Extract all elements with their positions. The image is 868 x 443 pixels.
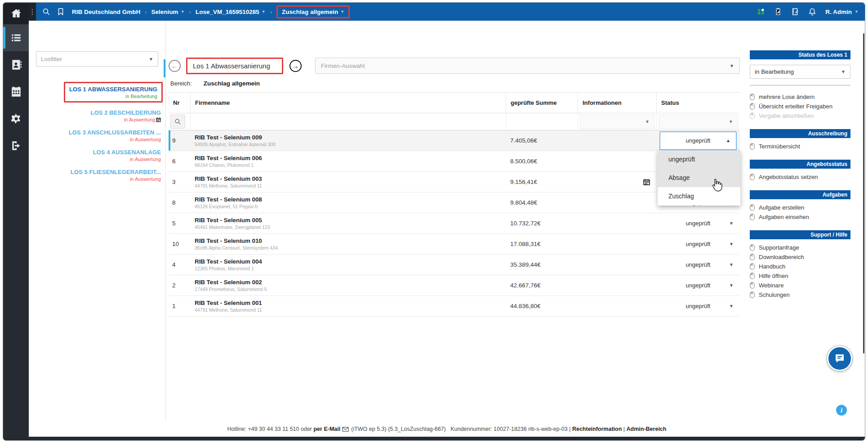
row-checked-sum: 8.500,06€ bbox=[506, 151, 578, 171]
sum-filter-input[interactable] bbox=[506, 113, 578, 130]
status-select[interactable]: ungeprüft▼ bbox=[656, 261, 740, 268]
panel-action-link[interactable]: Aufgaben einsehen bbox=[750, 212, 850, 222]
los-status-text: in Auswertung bbox=[130, 137, 161, 142]
col-header-status[interactable]: Status bbox=[656, 93, 740, 113]
table-header-row: Nr Firmenname geprüfte Summe Information… bbox=[169, 93, 740, 113]
breadcrumb-procedure[interactable]: Lose_VM_1659510285▼ bbox=[196, 9, 266, 15]
panel-links: Supportanfrage Downloadbereich Handbuch … bbox=[750, 243, 850, 300]
contacts-icon bbox=[10, 59, 22, 71]
panel-links: Terminübersicht bbox=[750, 142, 850, 151]
los-list-item[interactable]: LOS 5 FLIESENLEGERARBEIT...in Auswertung bbox=[71, 169, 161, 182]
company-address: 17449 Prometheus, Saturnmond 5 bbox=[195, 286, 506, 292]
chevron-down-icon: ▼ bbox=[730, 63, 734, 68]
panel-action-link[interactable]: Supportanfrage bbox=[750, 243, 850, 252]
panel-action-link[interactable]: Downloadbereich bbox=[750, 252, 850, 262]
col-header-nr[interactable]: Nr bbox=[169, 93, 190, 113]
col-header-sum[interactable]: geprüfte Summe bbox=[506, 93, 578, 113]
company-select[interactable]: Firmen-Auswahl ▼ bbox=[315, 58, 740, 74]
clipboard-edit-icon[interactable] bbox=[774, 8, 782, 16]
sidebar-item-list[interactable] bbox=[3, 24, 29, 51]
current-los-select[interactable]: Los 1 Abwassersanierung bbox=[186, 58, 283, 74]
los-list-item[interactable]: LOS 4 AUSSENANLAGEin Auswertung bbox=[93, 149, 161, 162]
breadcrumb-company[interactable]: RIB Deutschland GmbH bbox=[72, 9, 140, 15]
sidebar-item-home[interactable] bbox=[3, 3, 29, 24]
icon-sidebar bbox=[3, 3, 29, 437]
footer-text: Hotline: +49 30 44 33 11 510 oder bbox=[227, 426, 314, 432]
los-list-item[interactable]: LOS 1 ABWASSERSANIERUNGin Bearbeitung bbox=[64, 82, 163, 103]
row-information bbox=[578, 275, 656, 295]
info-button[interactable]: i bbox=[836, 405, 847, 416]
table-row: 2RIB Test - Selenium 00217449 Prometheus… bbox=[169, 275, 740, 296]
search-icon[interactable] bbox=[42, 8, 50, 16]
mouse-click-icon bbox=[750, 273, 755, 279]
user-menu[interactable]: R. Admin ▼ bbox=[825, 9, 859, 15]
panel-action-label: Webinare bbox=[759, 282, 783, 289]
table-search-button[interactable] bbox=[170, 115, 185, 129]
bereich-label: Bereich: bbox=[170, 80, 192, 87]
sidebar-item-contacts[interactable] bbox=[3, 51, 29, 78]
notes-edit-icon[interactable] bbox=[791, 8, 799, 16]
mouse-click-icon bbox=[750, 143, 755, 150]
status-option[interactable]: Zuschlag bbox=[658, 187, 740, 206]
los-filter-select[interactable]: Losfilter ▼ bbox=[36, 51, 158, 67]
status-select[interactable]: ungeprüft▼ bbox=[656, 220, 740, 227]
status-option[interactable]: ungeprüft bbox=[658, 150, 740, 169]
panel-action-link[interactable]: Terminübersicht bbox=[750, 142, 850, 151]
previous-los-button[interactable]: ← bbox=[169, 60, 181, 72]
company-address: 36x95 Alpha Centauri, Sternsystem 434 bbox=[195, 245, 506, 251]
panel-action-link[interactable]: Angebotsstatus setzen bbox=[750, 172, 850, 182]
status-select-open[interactable]: ungeprüft▲ungeprüftAbsageZuschlag bbox=[659, 131, 737, 150]
breadcrumb-section[interactable]: Zuschlag allgemein▼ bbox=[282, 9, 344, 15]
los-list-item[interactable]: LOS 2 BESCHILDERUNGin Auswertung bbox=[91, 109, 161, 122]
top-navigation-bar: ⋮ RIB Deutschland GmbH › Selenium▼ › Los… bbox=[29, 3, 865, 21]
mouse-click-icon bbox=[750, 291, 755, 298]
footer-link[interactable]: Admin-Bereich bbox=[627, 426, 667, 432]
footer-link[interactable]: per E-Mail bbox=[313, 426, 340, 432]
row-company: RIB Test - Selenium 00699154 Charon, Plu… bbox=[190, 151, 506, 171]
chevron-down-icon: ▼ bbox=[729, 119, 733, 124]
panel-action-link[interactable]: mehrere Lose ändern bbox=[750, 92, 850, 102]
status-select[interactable]: ungeprüft▼ bbox=[656, 282, 740, 289]
apps-status-icon[interactable] bbox=[757, 8, 765, 16]
sidebar-item-logout[interactable] bbox=[3, 132, 29, 159]
status-select[interactable]: ungeprüft▼ bbox=[656, 303, 740, 309]
row-company: RIB Test - Selenium 01036x95 Alpha Centa… bbox=[190, 234, 506, 254]
panel-action-link[interactable]: Webinare bbox=[750, 281, 850, 290]
notifications-bell-icon[interactable] bbox=[808, 8, 816, 16]
vertical-scrollbar[interactable] bbox=[863, 33, 864, 354]
mouse-click-icon bbox=[750, 204, 755, 211]
info-filter-select[interactable]: ▼ bbox=[580, 115, 654, 129]
los-selector-row: ← Los 1 Abwassersanierung → Firmen-Auswa… bbox=[169, 57, 740, 75]
company-address: 45126 Exoplanet, 51 Pegasi b bbox=[195, 204, 506, 209]
status-filter-select[interactable]: ▼ bbox=[659, 115, 738, 129]
sidebar-item-calendar[interactable] bbox=[3, 78, 29, 105]
calendar-icon[interactable] bbox=[643, 179, 650, 185]
panel-action-link[interactable]: Handbuch bbox=[750, 262, 850, 271]
panel-action-link[interactable]: Hilfe öffnen bbox=[750, 271, 850, 281]
los-panel: Losfilter ▼ LOS 1 ABWASSERSANIERUNGin Be… bbox=[29, 21, 166, 421]
panel-action-label: Hilfe öffnen bbox=[759, 273, 788, 279]
bottom-strip bbox=[3, 437, 865, 440]
breadcrumb: RIB Deutschland GmbH › Selenium▼ › Lose_… bbox=[72, 5, 350, 18]
company-name: RIB Test - Selenium 008 bbox=[195, 196, 506, 203]
los-status-select[interactable]: in Bearbeitung▼ bbox=[750, 65, 850, 79]
bookmark-icon[interactable] bbox=[57, 8, 65, 16]
panel-action-link[interactable]: Übersicht erteilter Freigaben bbox=[750, 102, 850, 111]
mouse-click-icon bbox=[750, 263, 755, 270]
status-option[interactable]: Absage bbox=[658, 169, 740, 187]
kebab-menu-icon[interactable]: ⋮ bbox=[29, 3, 36, 21]
row-information bbox=[578, 130, 656, 151]
panel-action-link[interactable]: Schulungen bbox=[750, 290, 850, 300]
chat-button[interactable] bbox=[827, 346, 852, 371]
sidebar-item-settings[interactable] bbox=[3, 105, 29, 132]
panel-action-link[interactable]: Aufgabe erstellen bbox=[750, 203, 850, 212]
los-list-item[interactable]: LOS 3 ANSCHLUSSARBEITEN ...in Auswertung bbox=[69, 129, 161, 142]
col-header-info[interactable]: Informationen bbox=[578, 93, 656, 113]
name-filter-input[interactable] bbox=[190, 113, 506, 130]
los-status: in Auswertung bbox=[93, 157, 161, 162]
status-select[interactable]: ungeprüft▼ bbox=[656, 241, 740, 247]
breadcrumb-project[interactable]: Selenium▼ bbox=[151, 9, 185, 15]
col-header-name[interactable]: Firmenname bbox=[190, 93, 506, 113]
next-los-button[interactable]: → bbox=[289, 60, 302, 72]
footer-link[interactable]: Rechteinformation bbox=[572, 426, 622, 432]
